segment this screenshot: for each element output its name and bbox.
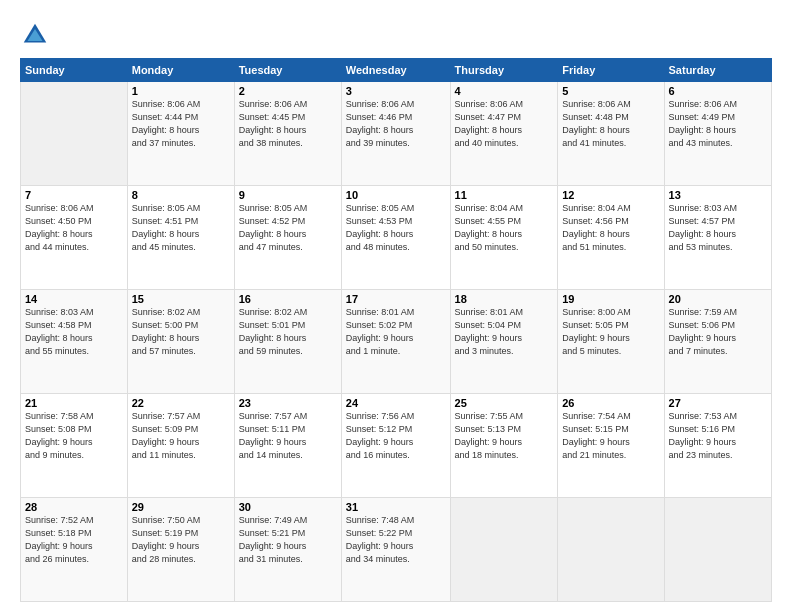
day-cell: 18Sunrise: 8:01 AM Sunset: 5:04 PM Dayli…: [450, 290, 558, 394]
day-cell: 4Sunrise: 8:06 AM Sunset: 4:47 PM Daylig…: [450, 82, 558, 186]
day-cell: 28Sunrise: 7:52 AM Sunset: 5:18 PM Dayli…: [21, 498, 128, 602]
day-number: 17: [346, 293, 446, 305]
day-info: Sunrise: 8:05 AM Sunset: 4:51 PM Dayligh…: [132, 202, 230, 254]
header-cell-friday: Friday: [558, 59, 664, 82]
day-info: Sunrise: 7:50 AM Sunset: 5:19 PM Dayligh…: [132, 514, 230, 566]
day-cell: 27Sunrise: 7:53 AM Sunset: 5:16 PM Dayli…: [664, 394, 771, 498]
day-cell: 1Sunrise: 8:06 AM Sunset: 4:44 PM Daylig…: [127, 82, 234, 186]
day-info: Sunrise: 7:54 AM Sunset: 5:15 PM Dayligh…: [562, 410, 659, 462]
day-number: 22: [132, 397, 230, 409]
day-number: 24: [346, 397, 446, 409]
day-info: Sunrise: 7:48 AM Sunset: 5:22 PM Dayligh…: [346, 514, 446, 566]
header-cell-tuesday: Tuesday: [234, 59, 341, 82]
day-number: 7: [25, 189, 123, 201]
week-row-4: 28Sunrise: 7:52 AM Sunset: 5:18 PM Dayli…: [21, 498, 772, 602]
day-number: 5: [562, 85, 659, 97]
day-info: Sunrise: 8:03 AM Sunset: 4:58 PM Dayligh…: [25, 306, 123, 358]
day-cell: 24Sunrise: 7:56 AM Sunset: 5:12 PM Dayli…: [341, 394, 450, 498]
day-number: 16: [239, 293, 337, 305]
day-cell: 16Sunrise: 8:02 AM Sunset: 5:01 PM Dayli…: [234, 290, 341, 394]
day-number: 19: [562, 293, 659, 305]
day-info: Sunrise: 8:05 AM Sunset: 4:52 PM Dayligh…: [239, 202, 337, 254]
week-row-2: 14Sunrise: 8:03 AM Sunset: 4:58 PM Dayli…: [21, 290, 772, 394]
day-number: 14: [25, 293, 123, 305]
day-cell: 3Sunrise: 8:06 AM Sunset: 4:46 PM Daylig…: [341, 82, 450, 186]
day-number: 8: [132, 189, 230, 201]
day-number: 15: [132, 293, 230, 305]
day-number: 28: [25, 501, 123, 513]
day-cell: 9Sunrise: 8:05 AM Sunset: 4:52 PM Daylig…: [234, 186, 341, 290]
day-number: 11: [455, 189, 554, 201]
day-info: Sunrise: 7:57 AM Sunset: 5:09 PM Dayligh…: [132, 410, 230, 462]
day-cell: 8Sunrise: 8:05 AM Sunset: 4:51 PM Daylig…: [127, 186, 234, 290]
day-cell: 23Sunrise: 7:57 AM Sunset: 5:11 PM Dayli…: [234, 394, 341, 498]
day-info: Sunrise: 8:01 AM Sunset: 5:04 PM Dayligh…: [455, 306, 554, 358]
day-cell: 20Sunrise: 7:59 AM Sunset: 5:06 PM Dayli…: [664, 290, 771, 394]
day-info: Sunrise: 7:52 AM Sunset: 5:18 PM Dayligh…: [25, 514, 123, 566]
day-info: Sunrise: 7:56 AM Sunset: 5:12 PM Dayligh…: [346, 410, 446, 462]
day-cell: [558, 498, 664, 602]
day-number: 9: [239, 189, 337, 201]
day-info: Sunrise: 8:04 AM Sunset: 4:56 PM Dayligh…: [562, 202, 659, 254]
day-cell: 5Sunrise: 8:06 AM Sunset: 4:48 PM Daylig…: [558, 82, 664, 186]
day-cell: [664, 498, 771, 602]
day-info: Sunrise: 8:03 AM Sunset: 4:57 PM Dayligh…: [669, 202, 767, 254]
day-number: 1: [132, 85, 230, 97]
day-number: 23: [239, 397, 337, 409]
day-cell: 22Sunrise: 7:57 AM Sunset: 5:09 PM Dayli…: [127, 394, 234, 498]
day-number: 12: [562, 189, 659, 201]
day-cell: 31Sunrise: 7:48 AM Sunset: 5:22 PM Dayli…: [341, 498, 450, 602]
day-number: 25: [455, 397, 554, 409]
day-info: Sunrise: 8:06 AM Sunset: 4:47 PM Dayligh…: [455, 98, 554, 150]
header-cell-thursday: Thursday: [450, 59, 558, 82]
day-info: Sunrise: 7:59 AM Sunset: 5:06 PM Dayligh…: [669, 306, 767, 358]
day-cell: 21Sunrise: 7:58 AM Sunset: 5:08 PM Dayli…: [21, 394, 128, 498]
day-cell: 29Sunrise: 7:50 AM Sunset: 5:19 PM Dayli…: [127, 498, 234, 602]
day-number: 2: [239, 85, 337, 97]
day-info: Sunrise: 8:02 AM Sunset: 5:01 PM Dayligh…: [239, 306, 337, 358]
day-cell: 11Sunrise: 8:04 AM Sunset: 4:55 PM Dayli…: [450, 186, 558, 290]
header: [20, 20, 772, 50]
day-info: Sunrise: 8:06 AM Sunset: 4:45 PM Dayligh…: [239, 98, 337, 150]
day-cell: 14Sunrise: 8:03 AM Sunset: 4:58 PM Dayli…: [21, 290, 128, 394]
day-number: 29: [132, 501, 230, 513]
day-info: Sunrise: 7:49 AM Sunset: 5:21 PM Dayligh…: [239, 514, 337, 566]
calendar-body: 1Sunrise: 8:06 AM Sunset: 4:44 PM Daylig…: [21, 82, 772, 602]
day-cell: 30Sunrise: 7:49 AM Sunset: 5:21 PM Dayli…: [234, 498, 341, 602]
week-row-0: 1Sunrise: 8:06 AM Sunset: 4:44 PM Daylig…: [21, 82, 772, 186]
day-number: 21: [25, 397, 123, 409]
day-number: 20: [669, 293, 767, 305]
logo-icon: [20, 20, 50, 50]
day-cell: 26Sunrise: 7:54 AM Sunset: 5:15 PM Dayli…: [558, 394, 664, 498]
day-info: Sunrise: 7:55 AM Sunset: 5:13 PM Dayligh…: [455, 410, 554, 462]
day-cell: [450, 498, 558, 602]
day-cell: 2Sunrise: 8:06 AM Sunset: 4:45 PM Daylig…: [234, 82, 341, 186]
header-row: SundayMondayTuesdayWednesdayThursdayFrid…: [21, 59, 772, 82]
week-row-3: 21Sunrise: 7:58 AM Sunset: 5:08 PM Dayli…: [21, 394, 772, 498]
header-cell-saturday: Saturday: [664, 59, 771, 82]
day-info: Sunrise: 8:00 AM Sunset: 5:05 PM Dayligh…: [562, 306, 659, 358]
day-number: 31: [346, 501, 446, 513]
day-number: 18: [455, 293, 554, 305]
day-info: Sunrise: 7:53 AM Sunset: 5:16 PM Dayligh…: [669, 410, 767, 462]
day-info: Sunrise: 7:58 AM Sunset: 5:08 PM Dayligh…: [25, 410, 123, 462]
day-number: 10: [346, 189, 446, 201]
header-cell-monday: Monday: [127, 59, 234, 82]
calendar-header: SundayMondayTuesdayWednesdayThursdayFrid…: [21, 59, 772, 82]
day-info: Sunrise: 7:57 AM Sunset: 5:11 PM Dayligh…: [239, 410, 337, 462]
week-row-1: 7Sunrise: 8:06 AM Sunset: 4:50 PM Daylig…: [21, 186, 772, 290]
header-cell-wednesday: Wednesday: [341, 59, 450, 82]
day-cell: 13Sunrise: 8:03 AM Sunset: 4:57 PM Dayli…: [664, 186, 771, 290]
day-info: Sunrise: 8:05 AM Sunset: 4:53 PM Dayligh…: [346, 202, 446, 254]
day-cell: 6Sunrise: 8:06 AM Sunset: 4:49 PM Daylig…: [664, 82, 771, 186]
day-number: 3: [346, 85, 446, 97]
day-info: Sunrise: 8:06 AM Sunset: 4:44 PM Dayligh…: [132, 98, 230, 150]
day-cell: 10Sunrise: 8:05 AM Sunset: 4:53 PM Dayli…: [341, 186, 450, 290]
day-info: Sunrise: 8:01 AM Sunset: 5:02 PM Dayligh…: [346, 306, 446, 358]
day-cell: [21, 82, 128, 186]
day-info: Sunrise: 8:04 AM Sunset: 4:55 PM Dayligh…: [455, 202, 554, 254]
header-cell-sunday: Sunday: [21, 59, 128, 82]
day-info: Sunrise: 8:06 AM Sunset: 4:50 PM Dayligh…: [25, 202, 123, 254]
day-number: 6: [669, 85, 767, 97]
day-info: Sunrise: 8:06 AM Sunset: 4:49 PM Dayligh…: [669, 98, 767, 150]
